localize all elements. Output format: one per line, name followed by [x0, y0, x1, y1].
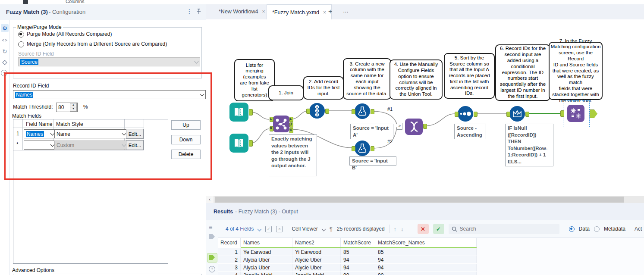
- down-button[interactable]: Down: [171, 135, 201, 144]
- formula-tool-2[interactable]: [355, 141, 370, 156]
- apply-button[interactable]: ✓: [433, 224, 444, 234]
- formula1-annotation[interactable]: Source = 'Input A': [350, 124, 393, 139]
- text-input-tool-1[interactable]: [229, 103, 248, 122]
- record-id-dropdown[interactable]: Names: [13, 90, 206, 99]
- text-input-tool-2[interactable]: [229, 134, 248, 153]
- workflow-canvas[interactable]: Lists for merging (examples are from fak…: [206, 19, 644, 196]
- multi-row-formula-tool[interactable]: [509, 106, 525, 122]
- output-anchor[interactable]: [249, 140, 253, 147]
- record-id-tool[interactable]: 1 2 3: [309, 103, 325, 119]
- fuzzy-match-tool[interactable]: [567, 105, 584, 122]
- input-anchor[interactable]: [455, 112, 459, 117]
- annotation-6-record-ids-second[interactable]: 6. Record IDs for the second input are a…: [495, 44, 550, 101]
- output-anchor[interactable]: [423, 124, 427, 129]
- col-header-names[interactable]: Names: [241, 238, 292, 247]
- canvas-hscrollbar[interactable]: ‹: [206, 196, 644, 203]
- output-anchor[interactable]: [371, 109, 374, 114]
- row1-style-dropdown[interactable]: Name: [54, 129, 128, 138]
- col-header-record[interactable]: Record: [218, 238, 241, 247]
- table-row[interactable]: 2 Alycia Uber Alycie Uber 94 94: [218, 256, 477, 263]
- row1-field-dropdown[interactable]: Names: [24, 129, 56, 138]
- tag-icon[interactable]: [2, 59, 8, 66]
- cancel-button[interactable]: ✕: [418, 224, 429, 234]
- table-row[interactable]: 3 Alycia Uber Alycie Uber 94 94: [218, 264, 477, 271]
- help-icon[interactable]: ?: [209, 266, 215, 272]
- search-input[interactable]: [449, 224, 559, 234]
- pin-icon[interactable]: [195, 8, 202, 15]
- sort-tool[interactable]: [458, 106, 473, 122]
- table-row[interactable]: 4 Janelle Mahl Janelle Mahl 90 90: [218, 272, 477, 275]
- formula2-annotation[interactable]: Source = 'Input B': [349, 156, 396, 166]
- output-anchor[interactable]: [474, 112, 478, 117]
- tab-fuzzy-match[interactable]: *Fuzzy Match.yxmd ×: [267, 4, 332, 20]
- output-anchor[interactable]: [371, 146, 374, 151]
- output-anchor[interactable]: [249, 109, 253, 116]
- anchor-tag-icon[interactable]: [209, 234, 215, 239]
- merge-mode-radio[interactable]: [18, 41, 24, 47]
- fields-dropdown[interactable]: 4 of 4 Fields: [226, 226, 254, 232]
- col-header-names2[interactable]: Names2: [292, 238, 341, 247]
- row2-field-dropdown[interactable]: [24, 141, 56, 150]
- up-button[interactable]: Up: [171, 120, 201, 130]
- join-tool[interactable]: [273, 116, 289, 132]
- col-header-matchscore[interactable]: MatchScore: [341, 238, 375, 247]
- pilcrow-icon[interactable]: ¶: [330, 226, 333, 232]
- more-tabs-button[interactable]: ⋯: [338, 4, 354, 19]
- actions-label-partial[interactable]: Act: [635, 226, 642, 232]
- annotation-3-create-column[interactable]: 3. Create a new column with the same nam…: [343, 58, 391, 100]
- row2-edit-button[interactable]: Edit...: [126, 140, 144, 150]
- tab-new-workflow4[interactable]: *New Workflow4 ×: [214, 4, 270, 19]
- annotation-5-sort-by-source[interactable]: 5. Sort by the Source column so that all…: [444, 53, 495, 99]
- metadata-radio[interactable]: [594, 226, 600, 232]
- join-comment-box[interactable]: Exactly matching values between the 2 in…: [269, 134, 317, 176]
- deselect-all-icon[interactable]: ×: [276, 226, 283, 232]
- output-anchor[interactable]: [525, 112, 529, 117]
- annotation-7-fuzzy-config[interactable]: 7. In the Fuzzy Matching configuration s…: [549, 42, 603, 100]
- new-tab-button[interactable]: +: [323, 4, 337, 19]
- output-anchor-selected[interactable]: [207, 253, 217, 262]
- input-anchor[interactable]: [306, 109, 310, 114]
- output-anchor[interactable]: [325, 109, 329, 114]
- spinner-down-icon[interactable]: ▼: [70, 107, 77, 112]
- config-subtitle: - Configuration: [49, 9, 85, 15]
- results-header: Results - Fuzzy Match (3) - Output: [206, 203, 644, 221]
- close-icon[interactable]: ×: [262, 9, 265, 15]
- kebab-menu-icon[interactable]: ⋮: [186, 8, 192, 15]
- cell-matchscore-names: 94: [375, 256, 477, 263]
- input-anchor[interactable]: [560, 110, 564, 117]
- input-anchor[interactable]: [352, 146, 355, 151]
- input-anchor[interactable]: [506, 112, 510, 117]
- delete-button[interactable]: Delete: [171, 150, 201, 159]
- scroll-left-icon[interactable]: ‹: [206, 196, 214, 203]
- ribbon-icon: [23, 0, 28, 4]
- table-row[interactable]: 1 Ye Earwoad Yi Earwood 85 85: [218, 248, 477, 256]
- cell-matchscore: 94: [341, 264, 375, 271]
- union-tool[interactable]: [405, 119, 423, 135]
- row1-number: 1: [16, 131, 19, 137]
- cell-viewer-dropdown[interactable]: Cell Viewer: [292, 226, 317, 232]
- input-anchor[interactable]: [352, 109, 355, 114]
- match-threshold-input[interactable]: 80 ▲ ▼: [56, 103, 78, 112]
- config-panel-header: Fuzzy Match (3) - Configuration ⋮: [0, 4, 206, 20]
- select-all-icon[interactable]: ✓: [265, 226, 272, 232]
- config-icon-strip: ⚙ <> ↻ ?: [0, 20, 10, 275]
- help-icon[interactable]: ?: [1, 70, 7, 76]
- arrow-down-icon[interactable]: ↓: [401, 226, 404, 232]
- col-header-matchscore-names[interactable]: MatchScore_Names: [375, 238, 477, 247]
- annotation-1-join[interactable]: 1. Join: [268, 85, 304, 100]
- formula-tool-1[interactable]: [355, 103, 370, 119]
- list-view-icon[interactable]: ≡: [209, 224, 212, 231]
- multi-row-formula-annotation[interactable]: IF IsNull ([RecordID]) THEN ToNumber([Ro…: [505, 124, 553, 166]
- gear-icon[interactable]: ⚙: [1, 24, 9, 32]
- refresh-icon[interactable]: ↻: [1, 47, 9, 55]
- purge-mode-radio[interactable]: [18, 31, 24, 38]
- tab-label: *Fuzzy Match.yxmd: [272, 9, 319, 16]
- arrow-up-icon[interactable]: ↑: [394, 226, 397, 232]
- xml-view-icon[interactable]: <>: [1, 36, 9, 44]
- sort-annotation[interactable]: Source - Ascending: [454, 124, 486, 139]
- scrollbar-thumb[interactable]: [215, 197, 624, 203]
- data-radio[interactable]: [569, 226, 575, 232]
- row1-edit-button[interactable]: Edit...: [126, 129, 144, 139]
- annotation-2-add-record-ids[interactable]: 2. Add record IDs for the first input.: [303, 76, 344, 100]
- annotation-4-manually-configure[interactable]: 4. Use the Manually Configure Fields opt…: [390, 59, 443, 100]
